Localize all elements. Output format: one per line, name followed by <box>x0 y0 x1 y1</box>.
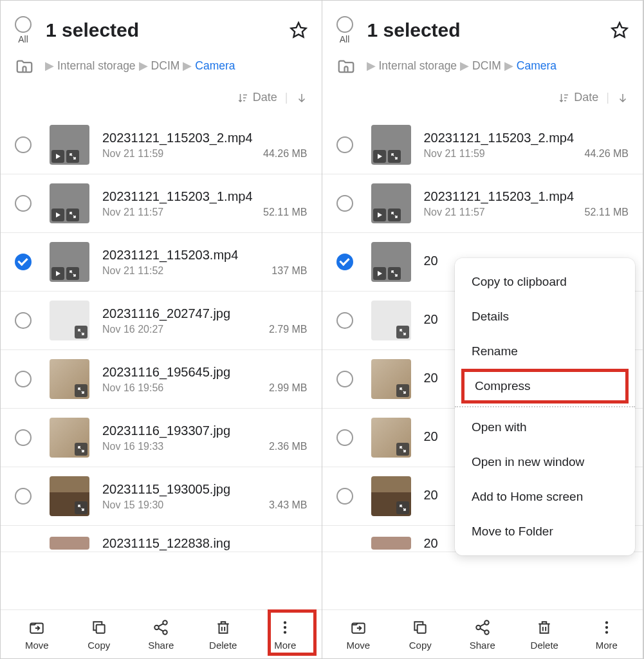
select-all-radio[interactable] <box>336 16 353 33</box>
thumbnail[interactable] <box>371 418 411 458</box>
crumb-root[interactable]: Internal storage <box>379 59 457 73</box>
breadcrumb: ▶ Internal storage ▶ DCIM ▶ Camera <box>322 52 643 86</box>
row-info: 20231121_115203.mp4Nov 21 11:52137 MB <box>102 248 308 277</box>
file-row[interactable]: 20231121_115203_1.mp4Nov 21 11:5752.11 M… <box>1 174 322 233</box>
move-button[interactable]: Move <box>14 619 59 651</box>
row-radio[interactable] <box>15 195 32 212</box>
divider: | <box>606 91 609 104</box>
more-button[interactable]: More <box>584 619 629 651</box>
sort-label[interactable]: Date <box>574 91 598 104</box>
menu-move-folder[interactable]: Move to Folder <box>455 514 635 549</box>
star-icon[interactable] <box>290 21 308 39</box>
file-row[interactable]: 20231121_115203_2.mp4Nov 21 11:5944.26 M… <box>322 116 643 174</box>
row-radio[interactable] <box>15 254 32 270</box>
menu-open-new-window[interactable]: Open in new window <box>455 445 635 479</box>
sort-label[interactable]: Date <box>253 91 277 104</box>
file-date: Nov 21 11:59 <box>102 148 163 160</box>
file-name: 20231116_195645.jpg <box>102 365 308 380</box>
thumbnail[interactable] <box>50 183 89 223</box>
crumb-leaf[interactable]: Camera <box>195 59 235 73</box>
play-icon <box>51 150 64 163</box>
thumbnail[interactable] <box>371 359 411 399</box>
thumbnail[interactable] <box>50 418 89 458</box>
file-date: Nov 21 11:57 <box>424 207 485 218</box>
thumbnail[interactable] <box>50 242 89 282</box>
file-date: Nov 21 11:59 <box>424 148 485 160</box>
file-row[interactable]: 20231121_115203_2.mp4Nov 21 11:5944.26 M… <box>1 116 322 174</box>
menu-compress[interactable]: Compress <box>461 369 629 404</box>
crumb-root[interactable]: Internal storage <box>57 59 136 73</box>
row-radio[interactable] <box>336 488 353 505</box>
row-radio[interactable] <box>15 488 32 505</box>
thumbnail[interactable] <box>50 359 89 399</box>
file-row[interactable]: 20231115_193005.jpgNov 15 19:303.43 MB <box>1 467 322 526</box>
file-row[interactable]: 20231116_202747.jpgNov 16 20:272.79 MB <box>1 292 322 350</box>
menu-details[interactable]: Details <box>455 299 635 334</box>
sort-icon[interactable] <box>558 92 570 104</box>
thumbnail[interactable] <box>371 242 411 282</box>
thumbnail[interactable] <box>50 301 89 340</box>
thumbnail[interactable] <box>371 301 411 340</box>
row-radio[interactable] <box>336 312 353 329</box>
share-button[interactable]: Share <box>460 619 505 651</box>
select-all-button[interactable]: All <box>336 16 353 44</box>
row-radio[interactable] <box>15 371 32 387</box>
thumbnail[interactable] <box>50 476 89 516</box>
file-size: 2.36 MB <box>269 441 308 452</box>
svg-marker-1 <box>56 154 60 159</box>
row-radio[interactable] <box>15 136 32 153</box>
more-button[interactable]: More <box>262 619 308 651</box>
file-row[interactable]: 20231116_195645.jpgNov 16 19:562.99 MB <box>1 350 322 409</box>
menu-rename[interactable]: Rename <box>455 334 635 369</box>
share-button[interactable]: Share <box>138 619 183 651</box>
file-row[interactable]: 20231116_193307.jpgNov 16 19:332.36 MB <box>1 409 322 467</box>
crumb-mid[interactable]: DCIM <box>151 59 180 73</box>
crumb-leaf[interactable]: Camera <box>517 59 557 73</box>
home-icon[interactable] <box>336 56 356 75</box>
sort-icon[interactable] <box>237 92 249 104</box>
context-menu: Copy to clipboard Details Rename Compres… <box>455 258 635 555</box>
thumbnail[interactable] <box>50 125 89 165</box>
thumbnail[interactable] <box>371 183 411 223</box>
copy-button[interactable]: Copy <box>398 619 443 651</box>
file-name: 20231116_202747.jpg <box>102 306 308 321</box>
thumbnail[interactable] <box>371 125 411 165</box>
thumbnail[interactable] <box>50 537 89 550</box>
file-row[interactable]: 20231121_115203.mp4Nov 21 11:52137 MB <box>1 233 322 292</box>
row-radio[interactable] <box>336 195 353 212</box>
row-info: 20231116_202747.jpgNov 16 20:272.79 MB <box>102 306 308 335</box>
row-radio[interactable] <box>336 429 353 446</box>
file-row-partial[interactable]: 20231115_122838.ing <box>1 526 322 552</box>
svg-point-7 <box>155 626 160 630</box>
row-radio[interactable] <box>336 254 353 270</box>
delete-button[interactable]: Delete <box>201 619 246 651</box>
header: All 1 selected <box>1 1 322 52</box>
copy-button[interactable]: Copy <box>77 619 122 651</box>
file-list[interactable]: 20231121_115203_2.mp4Nov 21 11:5944.26 M… <box>1 116 322 609</box>
arrow-down-icon[interactable] <box>617 92 629 104</box>
thumbnail[interactable] <box>371 537 411 550</box>
select-all-radio[interactable] <box>15 16 32 33</box>
star-icon[interactable] <box>611 21 629 39</box>
delete-button[interactable]: Delete <box>522 619 567 651</box>
row-radio[interactable] <box>336 371 353 387</box>
menu-add-home[interactable]: Add to Home screen <box>455 479 635 514</box>
svg-marker-3 <box>56 271 60 276</box>
row-radio[interactable] <box>15 312 32 329</box>
select-all-button[interactable]: All <box>15 16 32 44</box>
arrow-down-icon[interactable] <box>296 92 308 104</box>
file-date: Nov 16 19:56 <box>102 382 163 394</box>
thumbnail[interactable] <box>371 476 411 516</box>
menu-open-with[interactable]: Open with <box>455 410 635 445</box>
svg-marker-0 <box>291 23 306 37</box>
home-icon[interactable] <box>15 56 34 75</box>
menu-copy-clipboard[interactable]: Copy to clipboard <box>455 265 635 299</box>
file-row[interactable]: 20231121_115203_1.mp4Nov 21 11:5752.11 M… <box>322 174 643 233</box>
crumb-mid[interactable]: DCIM <box>472 59 501 73</box>
row-radio[interactable] <box>336 136 353 153</box>
row-radio[interactable] <box>15 429 32 446</box>
left-panel: All 1 selected ▶ Internal storage ▶ DCIM… <box>1 1 322 658</box>
row-info: 20231116_195645.jpgNov 16 19:562.99 MB <box>102 365 308 394</box>
expand-icon <box>75 326 87 339</box>
move-button[interactable]: Move <box>336 619 381 651</box>
